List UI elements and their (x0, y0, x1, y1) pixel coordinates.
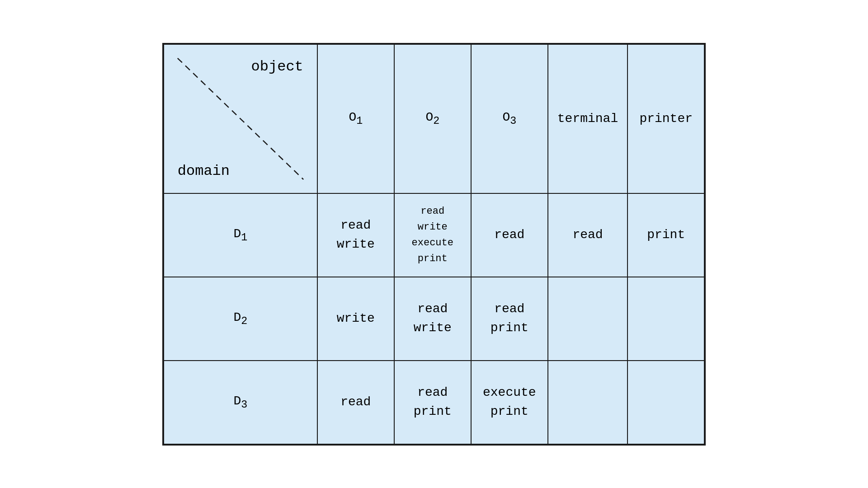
col-header-o3: O3 (471, 44, 548, 193)
cell-d3-o3: executeprint (471, 361, 548, 444)
cell-d3-terminal (548, 361, 627, 444)
cell-d2-o1: write (317, 277, 394, 361)
cell-d3-o1: read (317, 361, 394, 444)
corner-cell: object domain (164, 44, 317, 193)
cell-d2-terminal (548, 277, 627, 361)
cell-d1-terminal: read (548, 193, 627, 277)
row-header-d2: D2 (164, 277, 317, 361)
svg-line-0 (178, 58, 303, 179)
domain-label: domain (178, 163, 230, 179)
cell-d1-o3: read (471, 193, 548, 277)
cell-d1-o2: readwriteexecuteprint (394, 193, 471, 277)
row-header-d3: D3 (164, 361, 317, 444)
cell-d2-o2: readwrite (394, 277, 471, 361)
object-label: object (251, 58, 303, 75)
cell-d2-printer (627, 277, 704, 361)
col-header-terminal: terminal (548, 44, 627, 193)
cell-d2-o3: readprint (471, 277, 548, 361)
access-control-matrix: object domain O1 O2 O3 terminal printer … (162, 43, 706, 446)
cell-d1-o1: readwrite (317, 193, 394, 277)
col-header-o1: O1 (317, 44, 394, 193)
col-header-o2: O2 (394, 44, 471, 193)
cell-d3-o2: readprint (394, 361, 471, 444)
cell-d3-printer (627, 361, 704, 444)
row-header-d1: D1 (164, 193, 317, 277)
col-header-printer: printer (627, 44, 704, 193)
cell-d1-printer: print (627, 193, 704, 277)
